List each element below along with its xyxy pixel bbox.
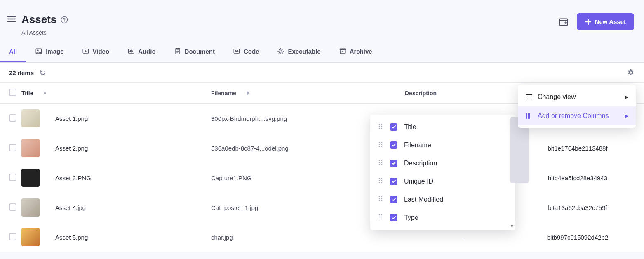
- svg-point-21: [379, 142, 380, 143]
- column-checkbox[interactable]: [390, 196, 397, 203]
- svg-point-47: [379, 217, 380, 218]
- drag-handle-icon[interactable]: [378, 123, 383, 131]
- asset-filename: Cat_poster_1.jpg: [211, 204, 258, 211]
- row-checkbox[interactable]: [9, 174, 16, 181]
- svg-point-30: [381, 162, 383, 163]
- drag-handle-icon[interactable]: [378, 141, 383, 149]
- svg-point-48: [381, 217, 383, 218]
- menu-add-remove-columns[interactable]: Add or remove Columns ▶: [518, 106, 636, 125]
- refresh-icon[interactable]: [40, 69, 46, 76]
- column-option-label: Last Modified: [404, 196, 443, 203]
- tab-archive[interactable]: Archive: [330, 41, 381, 62]
- svg-rect-9: [128, 49, 134, 53]
- svg-point-7: [38, 50, 38, 51]
- scrollbar[interactable]: ▼: [510, 117, 515, 228]
- asset-thumbnail[interactable]: [21, 139, 40, 157]
- asset-title: Asset 1.png: [55, 115, 88, 122]
- table-row[interactable]: Asset 4.jpg Cat_poster_1.jpg blta13a62cb…: [0, 193, 644, 222]
- tab-document[interactable]: Document: [165, 41, 224, 62]
- item-count: 22 items: [9, 69, 34, 76]
- breadcrumb: All Assets: [21, 29, 557, 36]
- row-checkbox[interactable]: [9, 144, 16, 151]
- new-asset-button[interactable]: New Asset: [577, 13, 634, 30]
- asset-filename: char.jpg: [211, 234, 233, 241]
- column-checkbox[interactable]: [390, 160, 397, 167]
- column-checkbox[interactable]: [390, 178, 397, 185]
- column-option[interactable]: Filename: [370, 136, 515, 154]
- column-checkbox[interactable]: [390, 141, 397, 149]
- column-option-label: Description: [404, 160, 437, 167]
- col-header-title[interactable]: Title: [21, 90, 33, 97]
- asset-title: Asset 2.png: [55, 145, 88, 152]
- svg-point-43: [379, 200, 380, 202]
- chevron-right-icon: ▶: [625, 113, 628, 119]
- asset-thumbnail[interactable]: [21, 228, 40, 246]
- tab-audio[interactable]: Audio: [118, 41, 165, 62]
- col-header-description[interactable]: Description: [405, 90, 437, 97]
- svg-point-18: [381, 126, 383, 127]
- tab-image[interactable]: Image: [26, 41, 73, 62]
- svg-point-41: [379, 198, 380, 200]
- column-option[interactable]: Title: [370, 118, 515, 136]
- table-row[interactable]: Asset 3.PNG Capture1.PNG bltd4ea5fcd28e3…: [0, 163, 644, 193]
- new-asset-label: New Asset: [595, 18, 626, 25]
- tab-video[interactable]: Video: [73, 41, 119, 62]
- svg-rect-5: [559, 19, 568, 25]
- svg-point-22: [381, 142, 383, 143]
- svg-point-23: [379, 144, 380, 145]
- filter-tabs: All Image Video Audio Document Code Exec…: [0, 41, 644, 63]
- drag-handle-icon[interactable]: [378, 159, 383, 167]
- table-row[interactable]: Asset 2.png 536a0edb-8c87-4...odel.png b…: [0, 133, 644, 163]
- svg-point-17: [379, 126, 380, 127]
- svg-point-15: [379, 124, 380, 125]
- svg-point-24: [381, 144, 383, 145]
- column-checkbox[interactable]: [390, 123, 397, 131]
- drag-handle-icon[interactable]: [378, 214, 383, 222]
- tab-executable[interactable]: Executable: [268, 41, 329, 62]
- col-header-filename[interactable]: Filename: [211, 90, 236, 97]
- svg-point-38: [381, 182, 383, 184]
- svg-point-40: [381, 196, 383, 198]
- asset-uid: blt1e1764be2113488f: [548, 145, 607, 152]
- asset-filename: 536a0edb-8c87-4...odel.png: [211, 145, 289, 152]
- new-folder-button[interactable]: [557, 15, 570, 28]
- asset-uid: bltb997c915092d42b2: [547, 234, 608, 241]
- table-row[interactable]: Asset 5.png char.jpg - bltb997c915092d42…: [0, 222, 644, 252]
- drag-handle-icon[interactable]: [378, 195, 383, 204]
- column-option[interactable]: Description: [370, 154, 515, 172]
- svg-point-29: [379, 162, 380, 163]
- row-checkbox[interactable]: [9, 203, 16, 211]
- settings-menu: Change view ▶ Add or remove Columns ▶: [518, 85, 636, 128]
- svg-point-28: [381, 160, 383, 161]
- menu-change-view[interactable]: Change view ▶: [518, 87, 636, 106]
- tab-all[interactable]: All: [0, 41, 26, 62]
- help-icon[interactable]: [61, 16, 68, 24]
- asset-thumbnail[interactable]: [21, 198, 40, 217]
- svg-rect-14: [340, 49, 346, 50]
- row-checkbox[interactable]: [9, 114, 16, 122]
- settings-gear-icon[interactable]: [627, 68, 635, 77]
- chevron-right-icon: ▶: [625, 94, 628, 100]
- asset-thumbnail[interactable]: [21, 109, 40, 127]
- sort-filename-icon[interactable]: ▲▼: [246, 91, 250, 95]
- svg-point-26: [381, 146, 383, 147]
- svg-rect-13: [340, 50, 345, 54]
- column-option[interactable]: Last Modified: [370, 191, 515, 209]
- svg-point-31: [379, 164, 380, 165]
- column-option[interactable]: Type: [370, 209, 515, 227]
- column-checkbox[interactable]: [390, 214, 397, 221]
- column-option-label: Type: [404, 214, 418, 221]
- asset-thumbnail[interactable]: [21, 169, 40, 187]
- svg-point-32: [381, 164, 383, 165]
- tab-code[interactable]: Code: [224, 41, 268, 62]
- svg-point-45: [379, 214, 380, 216]
- row-checkbox[interactable]: [9, 233, 16, 240]
- column-option[interactable]: Unique ID: [370, 172, 515, 191]
- select-all-checkbox[interactable]: [9, 89, 16, 96]
- menu-toggle[interactable]: [7, 16, 16, 22]
- sort-title-icon[interactable]: ▲▼: [43, 91, 47, 95]
- asset-uid: blta13a62cba32c759f: [548, 204, 607, 211]
- svg-point-37: [379, 182, 380, 184]
- drag-handle-icon[interactable]: [378, 177, 383, 186]
- svg-point-39: [379, 196, 380, 198]
